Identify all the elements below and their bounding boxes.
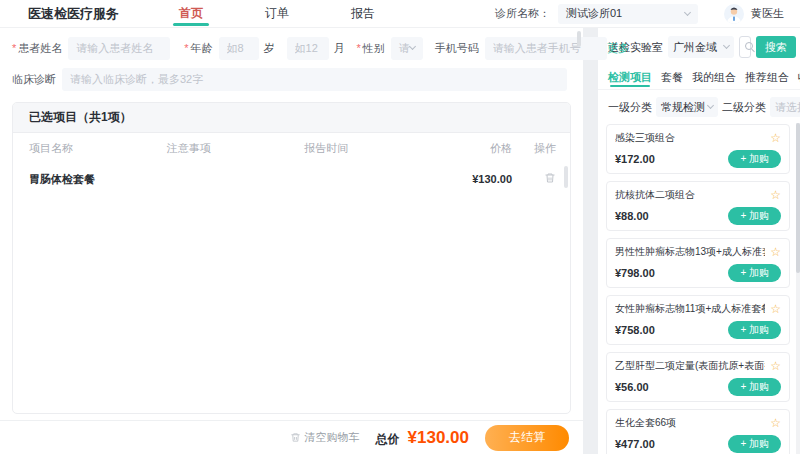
table-body: 胃肠体检套餐 ¥130.00 <box>13 163 570 413</box>
item-name: 女性肿瘤标志物11项+成人标准套餐 <box>615 302 765 316</box>
item-top-row: 感染三项组合 ☆ <box>615 131 781 145</box>
selected-items-card: 已选项目（共1项） 项目名称 注意事项 报告时间 价格 操作 胃肠体检套餐 ¥1… <box>12 102 571 414</box>
favorite-star-icon[interactable]: ☆ <box>770 132 781 144</box>
nav-tab-orders[interactable]: 订单 <box>263 0 291 27</box>
item-bottom-row: ¥172.00 + 加购 <box>615 150 781 168</box>
phone-label: 手机号码 <box>435 41 479 56</box>
top-bar: 医速检医疗服务 首页 订单 报告 诊所名称： 测试诊所01 黄医生 <box>0 0 800 28</box>
add-to-cart-button[interactable]: + 加购 <box>728 435 781 453</box>
col-price: 价格 <box>442 141 512 156</box>
add-to-cart-button[interactable]: + 加购 <box>728 378 781 396</box>
favorite-star-icon[interactable]: ☆ <box>770 189 781 201</box>
content-area: 患者姓名 年龄 岁 月 性别 请 手机号码 更多 临床诊断 <box>0 28 800 454</box>
item-top-row: 生化全套66项 ☆ <box>615 416 781 430</box>
app-logo: 医速检医疗服务 <box>28 5 119 23</box>
catalog-item-list: 感染三项组合 ☆ ¥172.00 + 加购 抗核抗体二项组合 ☆ ¥88. <box>598 123 800 454</box>
chevron-down-icon <box>684 8 691 15</box>
level1-select-value: 常规检测 <box>661 100 705 115</box>
age-years-input[interactable] <box>219 37 259 60</box>
add-to-cart-button[interactable]: + 加购 <box>728 264 781 282</box>
age-years-unit: 岁 <box>264 41 275 56</box>
gender-select-value: 请 <box>399 41 410 56</box>
item-bottom-row: ¥56.00 + 加购 <box>615 378 781 396</box>
patient-form-row-2: 临床诊断 <box>12 66 571 92</box>
age-months-input[interactable] <box>287 37 329 60</box>
category-filter-row: 一级分类 常规检测 二级分类 请选择 <box>598 90 800 123</box>
item-top-row: 乙型肝型二项定量(表面抗原+表面抗体) ☆ <box>615 359 781 373</box>
level1-select[interactable]: 常规检测 <box>656 97 718 117</box>
level2-select[interactable]: 请选择 <box>770 97 800 117</box>
clinic-select-value: 测试诊所01 <box>566 6 622 21</box>
add-to-cart-button[interactable]: + 加购 <box>728 150 781 168</box>
nav-tab-reports[interactable]: 报告 <box>349 0 377 27</box>
catalog-item-card: 感染三项组合 ☆ ¥172.00 + 加购 <box>606 124 790 174</box>
chevron-down-icon <box>707 102 714 109</box>
top-right-area: 诊所名称： 测试诊所01 黄医生 <box>495 4 800 24</box>
table-header: 项目名称 注意事项 报告时间 价格 操作 <box>13 133 570 163</box>
clear-cart-label: 清空购物车 <box>305 430 360 445</box>
cart-bar: 清空购物车 总价 ¥130.00 去结算 <box>0 420 583 454</box>
total-label: 总价 <box>376 431 400 448</box>
age-months-unit: 月 <box>334 41 345 56</box>
item-top-row: 抗核抗体二项组合 ☆ <box>615 188 781 202</box>
main-nav: 首页 订单 报告 <box>177 0 377 27</box>
right-panel: 送检实验室 广州金域 搜索 检测项目 套餐 我的组合 推荐组合 收藏项目 一级分… <box>598 28 800 454</box>
level1-label: 一级分类 <box>608 100 652 115</box>
patient-name-input[interactable] <box>68 37 170 60</box>
clinic-select[interactable]: 测试诊所01 <box>558 4 698 24</box>
item-name: 乙型肝型二项定量(表面抗原+表面抗体) <box>615 359 765 373</box>
tab-test-items[interactable]: 检测项目 <box>608 66 652 89</box>
lab-select[interactable]: 广州金域 <box>668 36 734 58</box>
phone-input[interactable] <box>485 37 607 60</box>
col-report-time: 报告时间 <box>304 141 442 156</box>
delete-item-icon[interactable] <box>544 172 556 184</box>
diagnosis-input[interactable] <box>62 68 567 91</box>
gender-label: 性别 <box>357 41 385 56</box>
tab-packages[interactable]: 套餐 <box>661 66 683 89</box>
item-name: 抗核抗体二项组合 <box>615 188 695 202</box>
item-name: 生化全套66项 <box>615 416 676 430</box>
chevron-down-icon <box>409 43 416 50</box>
left-panel: 患者姓名 年龄 岁 月 性别 请 手机号码 更多 临床诊断 <box>0 28 583 454</box>
selected-items-title: 已选项目（共1项） <box>13 103 570 133</box>
item-price: ¥88.00 <box>615 210 649 222</box>
more-link[interactable]: 更多 <box>607 41 643 56</box>
clear-cart-button[interactable]: 清空购物车 <box>290 430 360 445</box>
item-price: ¥798.00 <box>615 267 655 279</box>
add-to-cart-button[interactable]: + 加购 <box>728 207 781 225</box>
item-name: 男性性肿瘤标志物13项+成人标准套餐 <box>615 245 765 259</box>
patient-name-label: 患者姓名 <box>12 41 62 56</box>
total-price: 总价 ¥130.00 <box>376 428 469 448</box>
col-notes: 注意事项 <box>167 141 305 156</box>
tab-my-combos[interactable]: 我的组合 <box>692 66 736 89</box>
item-bottom-row: ¥477.00 + 加购 <box>615 435 781 453</box>
favorite-star-icon[interactable]: ☆ <box>770 246 781 258</box>
add-to-cart-button[interactable]: + 加购 <box>728 321 781 339</box>
chevron-down-icon <box>723 42 730 49</box>
catalog-item-card: 女性肿瘤标志物11项+成人标准套餐 ☆ ¥758.00 + 加购 <box>606 295 790 345</box>
panel-gap <box>583 28 598 454</box>
item-actions-cell <box>512 172 556 186</box>
catalog-item-card: 抗核抗体二项组合 ☆ ¥88.00 + 加购 <box>606 181 790 231</box>
level2-select-placeholder: 请选择 <box>775 100 800 115</box>
item-bottom-row: ¥88.00 + 加购 <box>615 207 781 225</box>
nav-tab-home[interactable]: 首页 <box>177 0 205 27</box>
item-price: ¥56.00 <box>615 381 649 393</box>
tab-recommended-combos[interactable]: 推荐组合 <box>745 66 789 89</box>
checkout-button[interactable]: 去结算 <box>485 425 569 451</box>
lab-select-value: 广州金域 <box>673 40 717 55</box>
item-bottom-row: ¥798.00 + 加购 <box>615 264 781 282</box>
scrollbar-thumb[interactable] <box>564 166 568 188</box>
search-icon <box>745 42 755 52</box>
search-button[interactable]: 搜索 <box>756 36 796 58</box>
trash-icon <box>290 432 301 443</box>
item-price-cell: ¥130.00 <box>442 173 512 185</box>
scrollbar-thumb[interactable] <box>577 31 581 47</box>
scrollbar-thumb[interactable] <box>796 123 800 273</box>
user-account[interactable]: 黄医生 <box>724 4 784 24</box>
favorite-star-icon[interactable]: ☆ <box>770 303 781 315</box>
item-top-row: 男性性肿瘤标志物13项+成人标准套餐 ☆ <box>615 245 781 259</box>
favorite-star-icon[interactable]: ☆ <box>770 360 781 372</box>
favorite-star-icon[interactable]: ☆ <box>770 417 781 429</box>
gender-select[interactable]: 请 <box>391 37 423 60</box>
